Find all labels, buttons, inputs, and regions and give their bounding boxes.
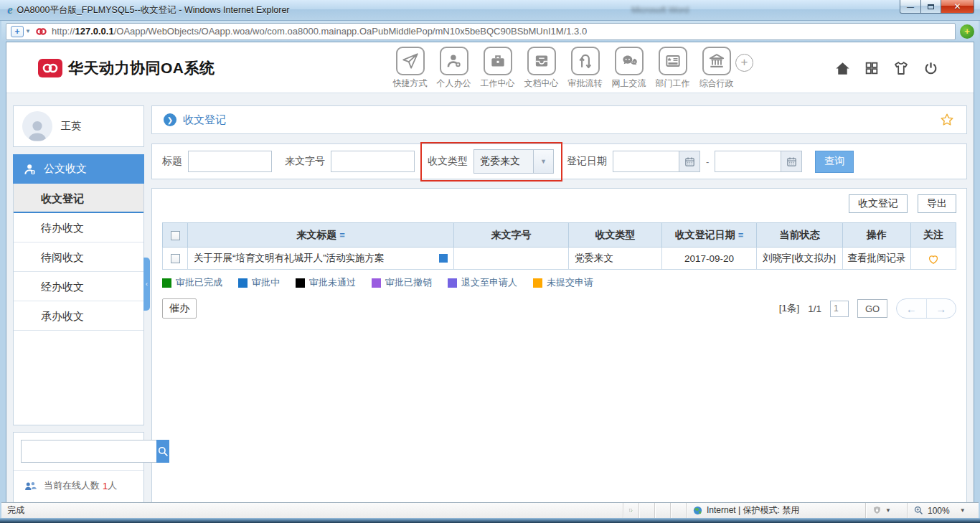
more-apps-button[interactable]: + (735, 54, 753, 72)
table-footer: 催办 [1条] 1/1 GO ← → (162, 298, 956, 319)
legend-color-swatch (238, 278, 248, 288)
sort-icon[interactable]: ≡ (738, 230, 744, 240)
shield-dropdown-button[interactable]: + ▼ (11, 26, 31, 37)
follow-heart-icon[interactable] (911, 253, 956, 265)
col-status: 当前状态 (757, 223, 843, 248)
sidebar-item-register[interactable]: 收文登记 (14, 184, 143, 213)
dropdown-arrow-icon[interactable]: ▼ (533, 150, 553, 173)
favorite-star-icon[interactable] (939, 112, 955, 128)
security-zone-text: Internet | 保护模式: 禁用 (707, 504, 799, 517)
sidebar-section-receive-docs[interactable]: 公文收文 (13, 154, 144, 184)
export-button[interactable]: 导出 (918, 194, 956, 213)
chat-bubbles-icon (620, 52, 639, 70)
doc-title-link[interactable]: 关于开展“培育文明有礼城开人”活动实施方案 (194, 252, 435, 265)
user-name: 王英 (61, 120, 81, 133)
grid-apps-icon[interactable] (863, 60, 880, 77)
type-filter-select[interactable]: 党委来文 ▼ (473, 149, 554, 174)
nav-item-shortcuts[interactable]: 快捷方式 (388, 47, 432, 90)
page-number-input[interactable] (830, 301, 849, 317)
compatibility-view-icon[interactable]: + (960, 24, 974, 39)
view-records-link[interactable]: 查看批阅记录 (848, 253, 906, 263)
sidebar-collapse-handle[interactable]: ‹ (143, 258, 150, 311)
date-to-input[interactable] (715, 151, 781, 172)
docno-filter-input[interactable] (331, 151, 415, 172)
online-users-icon (24, 480, 38, 492)
maximize-button[interactable] (921, 0, 941, 14)
query-button[interactable]: 查询 (815, 151, 854, 173)
status-bar: 完成 Internet | 保护模式: 禁用 ▼ 100% ▼ (1, 502, 979, 518)
nav-label: 部门工作 (656, 77, 690, 90)
prev-page-button[interactable]: ← (897, 299, 927, 318)
title-filter-input[interactable] (188, 151, 272, 172)
calendar-icon[interactable] (679, 151, 700, 172)
filter-bar: 标题 来文字号 收文类型 党委来文 ▼ 登记日期 (151, 143, 967, 179)
legend-color-swatch (372, 278, 381, 288)
department-board-icon (664, 52, 682, 70)
shield-plus-icon: + (11, 26, 24, 37)
col-action: 操作 (843, 223, 911, 248)
online-users-unit: 人 (108, 479, 117, 492)
status-spacer (639, 503, 654, 518)
date-range-group: - (613, 151, 802, 172)
nav-item-department-work[interactable]: 部门工作 (651, 47, 694, 90)
nav-label: 文档中心 (524, 77, 559, 90)
go-button[interactable]: GO (857, 299, 887, 318)
doc-type: 党委来文 (569, 248, 662, 270)
sort-icon[interactable]: ≡ (339, 230, 345, 240)
sidebar-item-todo[interactable]: 待办收文 (14, 213, 143, 242)
nav-item-administration[interactable]: 综合行政 (694, 47, 738, 90)
online-users-count: 1 (103, 481, 108, 491)
type-filter-label: 收文类型 (428, 155, 468, 168)
nav-item-approval-flow[interactable]: 审批流转 (563, 47, 607, 90)
zoom-cell[interactable]: 100% ▼ (907, 503, 979, 518)
legend-label: 审批已撤销 (385, 276, 432, 289)
window-bottom-border (0, 518, 980, 523)
date-from-input[interactable] (613, 151, 679, 172)
row-checkbox[interactable] (171, 254, 180, 263)
select-all-checkbox[interactable] (171, 231, 180, 240)
legend-label: 审批中 (252, 276, 280, 289)
legend-color-swatch (448, 278, 457, 288)
paper-plane-icon (401, 52, 420, 70)
nav-item-online-chat[interactable]: 网上交流 (607, 47, 651, 90)
next-page-button[interactable]: → (927, 299, 956, 318)
sidebar-item-handled[interactable]: 经办收文 (14, 272, 143, 301)
col-docno: 来文字号 (454, 223, 569, 248)
search-icon (156, 445, 169, 458)
breadcrumb-bar: ❯ 收文登记 (151, 105, 967, 134)
register-doc-button[interactable]: 收文登记 (849, 194, 908, 213)
legend-item: 审批中 (238, 276, 280, 289)
theme-shirt-icon[interactable] (892, 60, 910, 77)
minimize-button[interactable]: — (900, 0, 921, 14)
chevron-down-icon: ▼ (885, 507, 891, 514)
address-field[interactable]: + ▼ http://127.0.0.1/OAapp/WebObjects/OA… (6, 23, 956, 40)
nav-item-document-center[interactable]: 文档中心 (519, 47, 563, 90)
sidebar-item-toread[interactable]: 待阅收文 (14, 242, 143, 272)
zoom-level: 100% (928, 506, 950, 516)
nav-item-personal-office[interactable]: 个人办公 (432, 47, 476, 90)
settings-cell[interactable]: ▼ (865, 503, 907, 518)
nav-item-work-center[interactable]: 工作中心 (476, 47, 519, 90)
close-button[interactable]: ✕ (941, 0, 974, 14)
person-plus-icon (445, 52, 463, 70)
zoom-magnifier-icon (913, 505, 924, 516)
type-filter-value: 党委来文 (474, 150, 533, 173)
sidebar-search-input[interactable] (21, 440, 156, 463)
address-bar: + ▼ http://127.0.0.1/OAapp/WebObjects/OA… (1, 21, 979, 42)
power-logout-icon[interactable] (922, 60, 939, 77)
sidebar: 王英 公文收文 收文登记 待办收文 待阅收文 经办收文 承办收文 ‹ (13, 105, 144, 502)
sidebar-item-undertaken[interactable]: 承办收文 (14, 301, 143, 331)
sidebar-search-button[interactable] (156, 440, 169, 463)
nav-label: 审批流转 (568, 77, 603, 90)
urge-button[interactable]: 催办 (162, 298, 197, 319)
home-icon[interactable] (834, 60, 851, 77)
window-title: OA8000平台版_FPLMYSQL5--收文登记 - Windows Inte… (17, 4, 290, 17)
calendar-icon[interactable] (781, 151, 802, 172)
window-titlebar: e OA8000平台版_FPLMYSQL5--收文登记 - Windows In… (0, 0, 980, 21)
legend-label: 审批未通过 (309, 276, 356, 289)
legend-label: 未提交申请 (547, 276, 593, 289)
online-users-label: 当前在线人数 (44, 479, 100, 492)
globe-icon (692, 505, 703, 516)
breadcrumb-arrow-icon: ❯ (164, 113, 176, 126)
doc-date: 2017-09-20 (662, 248, 757, 270)
